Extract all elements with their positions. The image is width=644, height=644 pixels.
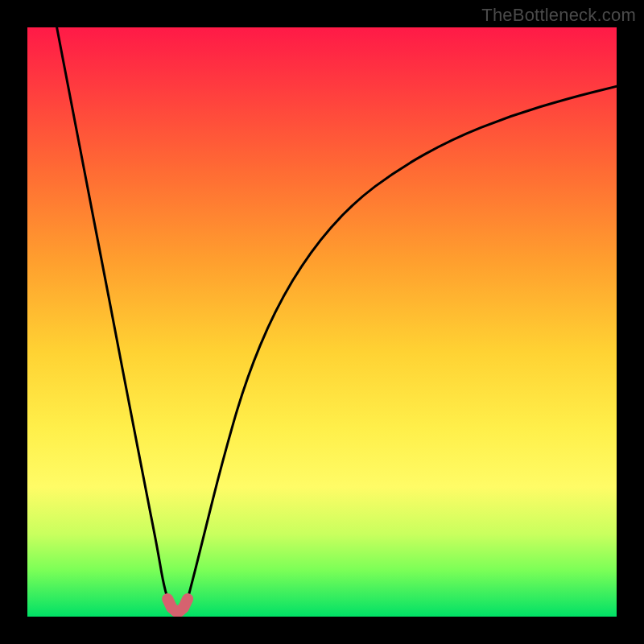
chart-frame: TheBottleneck.com [0, 0, 644, 644]
curve-group [57, 27, 617, 611]
watermark-text: TheBottleneck.com [481, 5, 636, 26]
curve-svg [27, 27, 617, 617]
curve-right-branch [188, 86, 617, 599]
minimum-marker [167, 599, 188, 611]
plot-area [27, 27, 617, 617]
curve-left-branch [57, 27, 168, 599]
